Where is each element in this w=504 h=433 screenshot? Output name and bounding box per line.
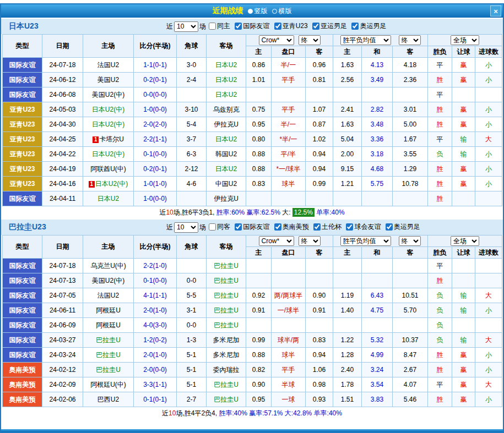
close-icon[interactable]: × <box>490 6 501 17</box>
avg-type-select[interactable]: 胜平负均值 <box>340 236 391 246</box>
column-header: 盘口 <box>272 247 306 259</box>
home-team: 美国U2 <box>83 73 134 87</box>
filter-label: 国际友谊 <box>243 222 269 232</box>
horizontal-layout-radio[interactable]: 横版 <box>272 7 292 16</box>
avg-draw: 4.99 <box>362 348 393 363</box>
red-card-badge: 1 <box>93 136 99 143</box>
competition-filter[interactable]: 球会友谊 <box>346 222 381 232</box>
competition-filter[interactable]: 同客 <box>209 222 230 232</box>
filter-checkbox[interactable] <box>313 223 321 231</box>
avg-draw: 3.83 <box>362 392 393 407</box>
filter-checkbox[interactable] <box>235 223 242 231</box>
competition-filter[interactable]: 国际友谊 <box>235 222 269 232</box>
avg-final-select[interactable]: 终 <box>399 236 421 246</box>
filter-checkbox[interactable] <box>209 23 216 30</box>
home-team: 阿根廷U <box>83 303 134 318</box>
avg-home: 5.04 <box>333 132 362 147</box>
handicap: *一/球半 <box>272 162 306 177</box>
column-header: 主 <box>333 46 362 58</box>
table-row: 国际友谊 24-06-09 阿根廷U 4-0(3-0) 0-0 巴拉圭U 负 <box>3 318 502 333</box>
avg-header-cell: 胜平负均值终 <box>333 35 428 46</box>
corner-score <box>177 259 207 273</box>
avg-away: 10.51 <box>393 288 428 303</box>
avg-draw: 4.68 <box>362 162 393 177</box>
team-name: 阿联酋U(中) <box>90 165 126 173</box>
filter-checkbox[interactable] <box>351 23 359 30</box>
handicap: 球半/两 <box>272 333 306 348</box>
handicap-result <box>452 273 475 288</box>
avg-draw: 3.49 <box>362 73 393 87</box>
footer-stat: 胜率:60% <box>216 208 247 217</box>
scope-header-cell: 全场 <box>428 235 502 247</box>
competition-filter[interactable]: 奥运男足 <box>351 21 386 31</box>
column-header: 让球 <box>452 247 475 259</box>
vertical-layout-radio[interactable]: 竖版 <box>248 7 268 16</box>
home-team: 巴拉圭U <box>83 348 134 363</box>
competition-filter[interactable]: 亚青U23 <box>274 21 308 31</box>
near-label: 近 <box>166 223 173 232</box>
away-team: 巴拉圭U <box>207 392 246 407</box>
filter-bar: 近 10 场 同主 国际友谊 亚青U23 亚运男足 奥运男足 <box>166 21 386 32</box>
footer-stat: 10 <box>166 209 173 216</box>
filter-checkbox[interactable] <box>209 223 216 231</box>
filter-checkbox[interactable] <box>312 23 319 30</box>
home-team: 法国U2 <box>83 288 134 303</box>
win-draw-loss: 胜 <box>428 162 452 177</box>
odds-company-select[interactable]: Crow* <box>259 35 294 45</box>
column-header-score: 比分(半场) <box>134 235 177 259</box>
odds-home <box>246 318 272 333</box>
handicap-result: 赢 <box>452 117 475 132</box>
match-type-badge: 国际友谊 <box>3 348 42 363</box>
scope-select[interactable]: 全场 <box>451 236 479 246</box>
competition-filter[interactable]: 土伦杯 <box>313 222 342 232</box>
competition-filter[interactable]: 同主 <box>209 21 230 31</box>
filter-checkbox[interactable] <box>274 223 281 231</box>
scope-select[interactable]: 全场 <box>451 35 479 45</box>
match-date: 24-03-27 <box>42 333 83 348</box>
odds-home: 0.82 <box>246 363 272 377</box>
odds-home <box>246 259 272 273</box>
table-row: 奥南美预 24-02-12 巴拉圭U 2-0(0-0) 5-1 委內瑞拉 0.8… <box>3 363 502 377</box>
table-row: 国际友谊 24-06-08 美国U2(中) 0-0(0-0) 日本U2 平 <box>3 87 502 102</box>
odds-away: 1.07 <box>306 102 333 117</box>
corner-score: 5-4 <box>177 117 207 132</box>
column-header: 盘口 <box>272 46 306 58</box>
goals-result <box>475 318 502 333</box>
match-type-badge: 国际友谊 <box>3 273 42 288</box>
summary-footer: 近10场,胜6平3负1, 胜率:60% 赢率:62.5% 大: 12.5% 单率… <box>1 206 503 218</box>
competition-filter[interactable]: 奥运男足 <box>386 222 420 232</box>
competition-filter[interactable]: 亚运男足 <box>312 21 347 31</box>
odds-away <box>306 259 333 273</box>
avg-final-select[interactable]: 终 <box>399 35 421 45</box>
avg-draw: 6.43 <box>362 288 393 303</box>
match-date: 24-06-08 <box>42 87 83 102</box>
team-title: 日本U23 <box>9 21 39 31</box>
avg-away: 3.01 <box>393 102 428 117</box>
handicap-result: 输 <box>452 288 475 303</box>
table-row: 亚青U23 24-04-16 1日本U2(中) 1-0(1-0) 4-6 中国U… <box>3 177 502 191</box>
win-draw-loss: 胜 <box>428 117 452 132</box>
odds-final-select[interactable]: 终 <box>299 35 321 45</box>
competition-filter[interactable]: 国际友谊 <box>235 21 269 31</box>
avg-type-select[interactable]: 胜平负均值 <box>340 35 391 45</box>
filter-checkbox[interactable] <box>346 223 353 231</box>
filter-checkbox[interactable] <box>386 223 393 231</box>
avg-draw <box>362 191 393 206</box>
odds-home: 1.01 <box>246 73 272 87</box>
handicap-result: 输 <box>452 132 475 147</box>
win-draw-loss: 胜 <box>428 392 452 407</box>
odds-company-select[interactable]: Crow* <box>259 236 294 246</box>
odds-final-select[interactable]: 终 <box>299 236 321 246</box>
goals-result: 小 <box>475 58 502 73</box>
footer-stat: 胜率:40% <box>219 409 249 418</box>
match-count-select[interactable]: 10 <box>174 222 198 233</box>
match-count-select[interactable]: 10 <box>174 21 198 32</box>
away-team: 伊拉克U <box>207 191 246 206</box>
filter-checkbox[interactable] <box>274 23 281 30</box>
competition-filter[interactable]: 奥南美预 <box>274 222 309 232</box>
filter-checkbox[interactable] <box>235 23 242 30</box>
corner-score: 3-0 <box>177 58 207 73</box>
team-name: 巴拉圭U <box>214 262 239 270</box>
column-header-type: 类型 <box>3 235 42 259</box>
avg-away: 4.18 <box>393 58 428 73</box>
